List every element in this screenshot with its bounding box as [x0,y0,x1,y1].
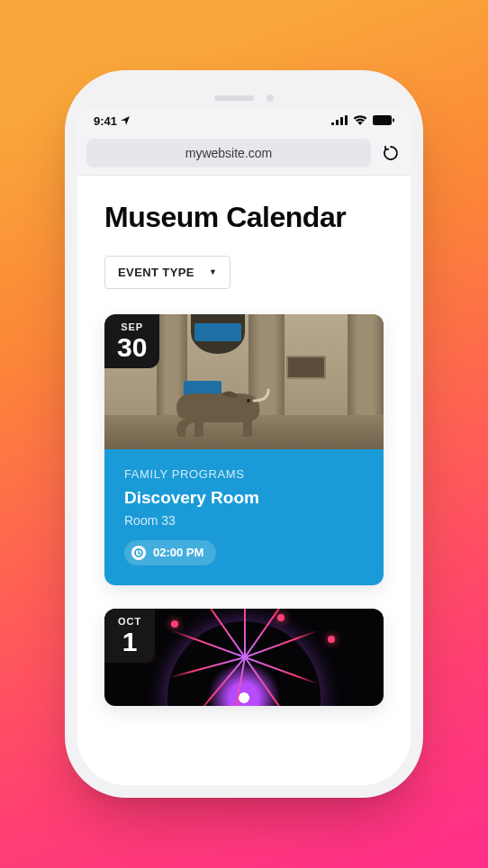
event-time: 02:00 PM [153,546,203,559]
status-bar: 9:41 [77,108,411,133]
phone-frame: 9:41 [77,83,411,785]
chevron-down-icon: ▼ [209,267,217,276]
svg-rect-5 [393,118,394,122]
hardware-bar [77,92,411,104]
cellular-icon [331,114,348,128]
screen: 9:41 [77,108,411,785]
clock-icon [131,546,146,560]
front-camera [267,95,274,102]
svg-rect-1 [336,120,339,125]
page-title: Museum Calendar [104,201,384,234]
event-card[interactable]: SEP 30 FAMILY PROGRAMS Discovery Room Ro… [104,314,384,585]
svg-rect-3 [345,115,348,125]
event-time-pill: 02:00 PM [124,540,216,565]
filter-label: EVENT TYPE [118,266,194,279]
event-card[interactable]: OCT 1 [104,609,384,706]
svg-point-6 [247,399,250,402]
url-field[interactable]: mywebsite.com [86,139,371,167]
browser-bar: mywebsite.com [77,133,411,176]
event-month: SEP [117,321,147,332]
svg-rect-4 [373,115,392,125]
wifi-icon [353,114,367,128]
event-body: FAMILY PROGRAMS Discovery Room Room 33 0… [104,449,384,585]
speaker-slot [214,95,254,101]
svg-rect-0 [331,122,334,125]
event-month: OCT [117,616,142,627]
date-badge: SEP 30 [104,314,159,368]
svg-rect-2 [340,117,343,125]
event-day: 1 [117,628,142,656]
refresh-icon [383,145,399,161]
date-badge: OCT 1 [104,609,155,663]
url-text: mywebsite.com [185,146,272,160]
battery-icon [373,114,394,128]
page-content[interactable]: Museum Calendar EVENT TYPE ▼ [77,176,411,785]
event-image: OCT 1 [104,609,384,706]
event-category: FAMILY PROGRAMS [124,467,364,481]
event-type-filter[interactable]: EVENT TYPE ▼ [104,256,230,289]
event-room: Room 33 [124,513,364,528]
event-title: Discovery Room [124,488,364,508]
status-time: 9:41 [94,114,117,128]
location-icon [121,116,130,125]
event-image: SEP 30 [104,314,384,449]
refresh-button[interactable] [380,142,402,164]
event-day: 30 [117,334,147,361]
